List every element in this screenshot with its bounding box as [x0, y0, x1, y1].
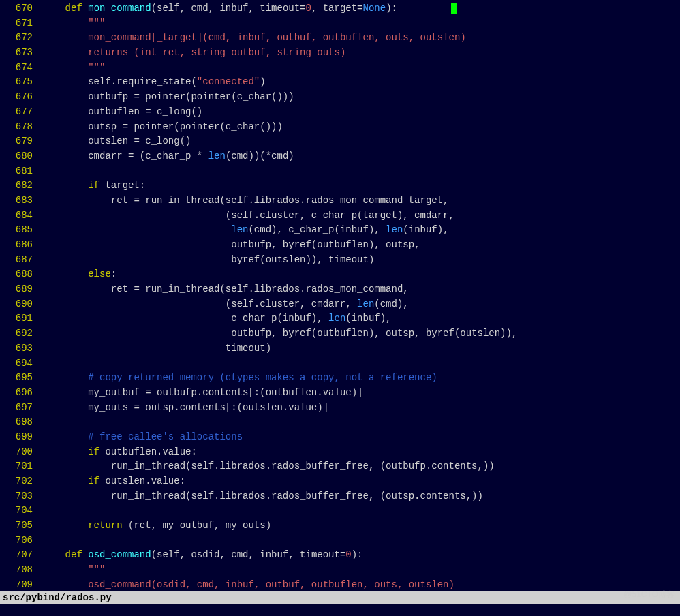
- code-content[interactable]: return (ret, my_outbuf, my_outs): [42, 519, 271, 534]
- code-content[interactable]: # free callee's allocations: [42, 430, 243, 445]
- line-number: 703: [0, 489, 42, 504]
- code-line[interactable]: 704: [0, 504, 680, 519]
- code-line[interactable]: 674 """: [0, 61, 680, 76]
- line-number: 690: [0, 297, 42, 312]
- text-cursor: [451, 3, 457, 14]
- code-content[interactable]: run_in_thread(self.librados.rados_buffer…: [42, 459, 495, 474]
- code-content[interactable]: outbufp, byref(outbuflen), outsp,: [42, 238, 420, 253]
- code-content[interactable]: (self.cluster, cmdarr, len(cmd),: [42, 297, 409, 312]
- code-content[interactable]: outsp = pointer(pointer(c_char())): [42, 120, 283, 135]
- code-content[interactable]: """: [42, 563, 105, 578]
- code-line[interactable]: 684 (self.cluster, c_char_p(target), cmd…: [0, 209, 680, 224]
- code-line[interactable]: 688 else:: [0, 267, 680, 282]
- code-line[interactable]: 677 outbuflen = c_long(): [0, 105, 680, 120]
- code-line[interactable]: 700 if outbuflen.value:: [0, 445, 680, 460]
- code-content[interactable]: outbufp = pointer(pointer(c_char())): [42, 90, 294, 105]
- code-line[interactable]: 672 mon_command[_target](cmd, inbuf, out…: [0, 31, 680, 46]
- line-number: 694: [0, 356, 42, 371]
- code-line[interactable]: 689 ret = run_in_thread(self.librados.ra…: [0, 282, 680, 297]
- command-line[interactable]: [0, 604, 680, 616]
- code-line[interactable]: 698: [0, 415, 680, 430]
- line-number: 679: [0, 134, 42, 149]
- code-line[interactable]: 695 # copy returned memory (ctypes makes…: [0, 371, 680, 386]
- code-content[interactable]: len(cmd), c_char_p(inbuf), len(inbuf),: [42, 223, 449, 238]
- code-line[interactable]: 707 def osd_command(self, osdid, cmd, in…: [0, 548, 680, 563]
- code-line[interactable]: 673 returns (int ret, string outbuf, str…: [0, 46, 680, 61]
- code-content[interactable]: c_char_p(inbuf), len(inbuf),: [42, 311, 392, 326]
- code-line[interactable]: 694: [0, 356, 680, 371]
- code-line[interactable]: 671 """: [0, 16, 680, 31]
- code-content[interactable]: outslen = c_long(): [42, 134, 191, 149]
- code-content[interactable]: """: [42, 61, 105, 76]
- code-content[interactable]: outbuflen = c_long(): [42, 105, 202, 120]
- code-content[interactable]: cmdarr = (c_char_p * len(cmd))(*cmd): [42, 149, 294, 164]
- line-number: 686: [0, 238, 42, 253]
- code-line[interactable]: 709 osd_command(osdid, cmd, inbuf, outbu…: [0, 578, 680, 593]
- code-content[interactable]: my_outs = outsp.contents[:(outslen.value…: [42, 401, 328, 416]
- line-number: 687: [0, 253, 42, 268]
- line-number: 678: [0, 120, 42, 135]
- code-content[interactable]: my_outbuf = outbufp.contents[:(outbuflen…: [42, 386, 362, 401]
- code-content[interactable]: def mon_command(self, cmd, inbuf, timeou…: [42, 1, 397, 16]
- code-line[interactable]: 685 len(cmd), c_char_p(inbuf), len(inbuf…: [0, 223, 680, 238]
- code-line[interactable]: 680 cmdarr = (c_char_p * len(cmd))(*cmd): [0, 149, 680, 164]
- code-line[interactable]: 708 """: [0, 563, 680, 578]
- line-number: 708: [0, 563, 42, 578]
- code-line[interactable]: 699 # free callee's allocations: [0, 430, 680, 445]
- line-number: 676: [0, 90, 42, 105]
- code-line[interactable]: 687 byref(outslen)), timeout): [0, 253, 680, 268]
- code-line[interactable]: 697 my_outs = outsp.contents[:(outslen.v…: [0, 401, 680, 416]
- code-line[interactable]: 691 c_char_p(inbuf), len(inbuf),: [0, 311, 680, 326]
- code-line[interactable]: 676 outbufp = pointer(pointer(c_char())): [0, 90, 680, 105]
- line-number: 709: [0, 578, 42, 593]
- code-line[interactable]: 701 run_in_thread(self.librados.rados_bu…: [0, 459, 680, 474]
- line-number: 682: [0, 179, 42, 194]
- file-path: src/pybind/rados.py: [3, 592, 112, 603]
- line-number: 677: [0, 105, 42, 120]
- status-bar: src/pybind/rados.py: [0, 591, 680, 604]
- line-number: 696: [0, 386, 42, 401]
- code-line[interactable]: 682 if target:: [0, 179, 680, 194]
- code-line[interactable]: 679 outslen = c_long(): [0, 134, 680, 149]
- line-number: 685: [0, 223, 42, 238]
- line-number: 701: [0, 459, 42, 474]
- code-line[interactable]: 683 ret = run_in_thread(self.librados.ra…: [0, 194, 680, 209]
- code-line[interactable]: 678 outsp = pointer(pointer(c_char())): [0, 120, 680, 135]
- code-line[interactable]: 670 def mon_command(self, cmd, inbuf, ti…: [0, 1, 680, 16]
- code-content[interactable]: mon_command[_target](cmd, inbuf, outbuf,…: [42, 31, 466, 46]
- code-line[interactable]: 681: [0, 164, 680, 179]
- line-number: 707: [0, 548, 42, 563]
- code-content[interactable]: returns (int ret, string outbuf, string …: [42, 46, 345, 61]
- code-content[interactable]: outbufp, byref(outbuflen), outsp, byref(…: [42, 326, 517, 341]
- code-line[interactable]: 675 self.require_state("connected"): [0, 75, 680, 90]
- code-line[interactable]: 705 return (ret, my_outbuf, my_outs): [0, 519, 680, 534]
- line-number: 672: [0, 31, 42, 46]
- code-line[interactable]: 706: [0, 534, 680, 549]
- code-line[interactable]: 703 run_in_thread(self.librados.rados_bu…: [0, 489, 680, 504]
- code-content[interactable]: run_in_thread(self.librados.rados_buffer…: [42, 489, 483, 504]
- code-content[interactable]: if outslen.value:: [42, 474, 185, 489]
- code-editor[interactable]: 670 def mon_command(self, cmd, inbuf, ti…: [0, 0, 680, 593]
- code-content[interactable]: byref(outslen)), timeout): [42, 253, 374, 268]
- code-content[interactable]: if outbuflen.value:: [42, 445, 197, 460]
- line-number: 673: [0, 46, 42, 61]
- code-line[interactable]: 690 (self.cluster, cmdarr, len(cmd),: [0, 297, 680, 312]
- code-content[interactable]: # copy returned memory (ctypes makes a c…: [42, 371, 437, 386]
- line-number: 671: [0, 16, 42, 31]
- code-content[interactable]: def osd_command(self, osdid, cmd, inbuf,…: [42, 548, 363, 563]
- code-content[interactable]: """: [42, 16, 105, 31]
- line-number: 700: [0, 445, 42, 460]
- code-line[interactable]: 692 outbufp, byref(outbuflen), outsp, by…: [0, 326, 680, 341]
- code-line[interactable]: 702 if outslen.value:: [0, 474, 680, 489]
- code-content[interactable]: (self.cluster, c_char_p(target), cmdarr,: [42, 209, 454, 224]
- code-content[interactable]: timeout): [42, 341, 271, 356]
- code-content[interactable]: else:: [42, 267, 117, 282]
- code-content[interactable]: if target:: [42, 179, 145, 194]
- code-line[interactable]: 696 my_outbuf = outbufp.contents[:(outbu…: [0, 386, 680, 401]
- code-line[interactable]: 686 outbufp, byref(outbuflen), outsp,: [0, 238, 680, 253]
- code-content[interactable]: ret = run_in_thread(self.librados.rados_…: [42, 194, 449, 209]
- code-content[interactable]: ret = run_in_thread(self.librados.rados_…: [42, 282, 409, 297]
- code-content[interactable]: osd_command(osdid, cmd, inbuf, outbuf, o…: [42, 578, 454, 593]
- code-content[interactable]: self.require_state("connected"): [42, 75, 266, 90]
- code-line[interactable]: 693 timeout): [0, 341, 680, 356]
